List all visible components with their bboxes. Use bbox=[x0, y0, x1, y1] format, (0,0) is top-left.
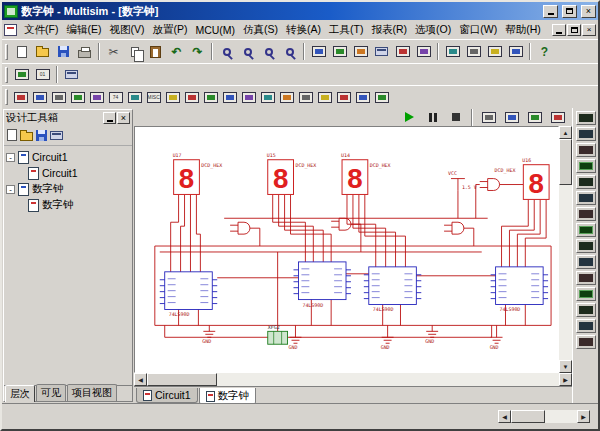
paste-button[interactable] bbox=[145, 42, 166, 62]
minimize-button[interactable] bbox=[543, 5, 558, 18]
toolbar-grip[interactable] bbox=[5, 44, 8, 60]
toolbar-grip[interactable] bbox=[5, 67, 8, 83]
zoom-area-button[interactable] bbox=[258, 42, 279, 62]
step-into-button[interactable] bbox=[501, 107, 522, 127]
open-button[interactable] bbox=[32, 42, 53, 62]
mixed-components-button[interactable] bbox=[163, 87, 182, 107]
collapse-icon[interactable]: - bbox=[6, 153, 15, 162]
menu-edit[interactable]: 编辑(E) bbox=[62, 22, 105, 38]
copy-button[interactable] bbox=[124, 42, 145, 62]
breakpoint-button[interactable] bbox=[547, 107, 568, 127]
postprocessor-button[interactable] bbox=[413, 42, 434, 62]
vertical-scroll-thumb[interactable] bbox=[559, 139, 572, 185]
oscilloscope-button[interactable] bbox=[576, 159, 596, 173]
tree-node-clock-root[interactable]: - 数字钟 bbox=[6, 181, 130, 197]
close-button[interactable]: × bbox=[581, 5, 596, 18]
menu-help[interactable]: 帮助(H) bbox=[501, 22, 545, 38]
pause-simulation-button[interactable] bbox=[422, 107, 443, 127]
scroll-right-button[interactable]: ▶ bbox=[559, 373, 572, 386]
tab-visibility[interactable]: 可见 bbox=[36, 384, 66, 401]
power-components-button[interactable] bbox=[201, 87, 220, 107]
mdi-minimize-button[interactable] bbox=[552, 24, 566, 36]
zoom-in-button[interactable] bbox=[216, 42, 237, 62]
toolbox-close-button[interactable]: × bbox=[117, 112, 130, 124]
pause-at-next-mcu-button[interactable] bbox=[478, 107, 499, 127]
transistor-components-button[interactable] bbox=[68, 87, 87, 107]
redo-button[interactable]: ↷ bbox=[187, 42, 208, 62]
bottom-scroll-thumb[interactable] bbox=[511, 410, 545, 423]
design-toolbox-toggle-button[interactable] bbox=[308, 42, 329, 62]
mdi-document-icon[interactable] bbox=[4, 24, 17, 36]
frequency-counter-button[interactable] bbox=[576, 207, 596, 221]
four-channel-oscilloscope-button[interactable] bbox=[576, 175, 596, 189]
toolbox-options-button[interactable] bbox=[50, 131, 63, 140]
tab-hierarchy[interactable]: 层次 bbox=[5, 385, 35, 402]
menu-place[interactable]: 放置(P) bbox=[148, 22, 191, 38]
maximize-button[interactable] bbox=[562, 5, 577, 18]
horizontal-scroll-track[interactable] bbox=[217, 373, 559, 386]
menu-view[interactable]: 视图(V) bbox=[105, 22, 148, 38]
menu-window[interactable]: 窗口(W) bbox=[455, 22, 501, 38]
diode-components-button[interactable] bbox=[49, 87, 68, 107]
scroll-left-button[interactable]: ◀ bbox=[134, 373, 147, 386]
menu-mcu[interactable]: MCU(M) bbox=[191, 23, 239, 37]
run-simulation-button[interactable] bbox=[399, 107, 420, 127]
iv-analyzer-button[interactable] bbox=[576, 271, 596, 285]
hierarchical-block-button[interactable] bbox=[353, 87, 372, 107]
menu-reports[interactable]: 报表(R) bbox=[368, 22, 412, 38]
scroll-left-button[interactable]: ◀ bbox=[498, 410, 511, 423]
mcu-components-button[interactable] bbox=[334, 87, 353, 107]
electrical-rules-check-button[interactable] bbox=[442, 42, 463, 62]
menu-file[interactable]: 文件(F) bbox=[20, 22, 62, 38]
wattmeter-button[interactable] bbox=[576, 143, 596, 157]
canvas-vertical-scrollbar[interactable]: ▲ ▼ bbox=[559, 126, 572, 373]
ttl-components-button[interactable]: 74 bbox=[106, 87, 125, 107]
step-over-button[interactable] bbox=[524, 107, 545, 127]
bottom-scroll-track[interactable] bbox=[545, 410, 577, 423]
undo-button[interactable]: ↶ bbox=[166, 42, 187, 62]
sources-components-button[interactable] bbox=[11, 87, 30, 107]
cmos-components-button[interactable] bbox=[125, 87, 144, 107]
scroll-right-button[interactable]: ▶ bbox=[577, 410, 590, 423]
tree-node-clock-sheet[interactable]: 数字钟 bbox=[28, 197, 130, 213]
back-annotate-button[interactable] bbox=[484, 42, 505, 62]
analog-components-button[interactable] bbox=[87, 87, 106, 107]
horizontal-scroll-thumb[interactable] bbox=[147, 373, 217, 386]
sheet-tab-circuit1[interactable]: Circuit1 bbox=[136, 388, 198, 403]
toolbar-grip[interactable] bbox=[5, 89, 8, 105]
mdi-restore-button[interactable] bbox=[567, 24, 581, 36]
toolbox-new-button[interactable] bbox=[7, 129, 17, 141]
bus-button[interactable] bbox=[372, 87, 391, 107]
stop-simulation-button[interactable] bbox=[445, 107, 466, 127]
rf-components-button[interactable] bbox=[258, 87, 277, 107]
toolbox-pin-button[interactable] bbox=[103, 112, 116, 124]
bottom-scrollbar[interactable]: ◀ ▶ bbox=[498, 410, 590, 423]
function-generator-button[interactable] bbox=[576, 127, 596, 141]
help-button[interactable]: ? bbox=[534, 42, 555, 62]
logic-converter-button[interactable] bbox=[576, 255, 596, 269]
menu-simulate[interactable]: 仿真(S) bbox=[239, 22, 282, 38]
menu-tools[interactable]: 工具(T) bbox=[325, 22, 367, 38]
component-wizard-button[interactable] bbox=[371, 42, 392, 62]
new-file-button[interactable] bbox=[11, 42, 32, 62]
indicator-components-button[interactable] bbox=[182, 87, 201, 107]
tab-project-view[interactable]: 项目视图 bbox=[67, 384, 117, 401]
misc-digital-components-button[interactable]: MISC bbox=[144, 87, 163, 107]
in-use-list-button[interactable] bbox=[61, 65, 82, 85]
collapse-icon[interactable]: - bbox=[6, 185, 15, 194]
logic-analyzer-button[interactable] bbox=[576, 239, 596, 253]
forward-annotate-button[interactable] bbox=[505, 42, 526, 62]
schematic-canvas[interactable]: 8 8 8 8 U17 DCD_HEX U15 DCD_HEX U14 bbox=[134, 126, 559, 373]
grapher-button[interactable] bbox=[392, 42, 413, 62]
menu-transfer[interactable]: 转换(A) bbox=[282, 22, 325, 38]
spectrum-analyzer-button[interactable] bbox=[576, 303, 596, 317]
advanced-peripherals-button[interactable] bbox=[239, 87, 258, 107]
toolbox-open-button[interactable] bbox=[20, 132, 33, 141]
scroll-down-button[interactable]: ▼ bbox=[559, 360, 572, 373]
menu-options[interactable]: 选项(O) bbox=[411, 22, 455, 38]
toolbox-save-button[interactable] bbox=[36, 130, 47, 141]
measurement-probe-button[interactable] bbox=[576, 335, 596, 349]
connector-components-button[interactable] bbox=[315, 87, 334, 107]
database-manager-button[interactable] bbox=[350, 42, 371, 62]
zoom-out-button[interactable] bbox=[237, 42, 258, 62]
